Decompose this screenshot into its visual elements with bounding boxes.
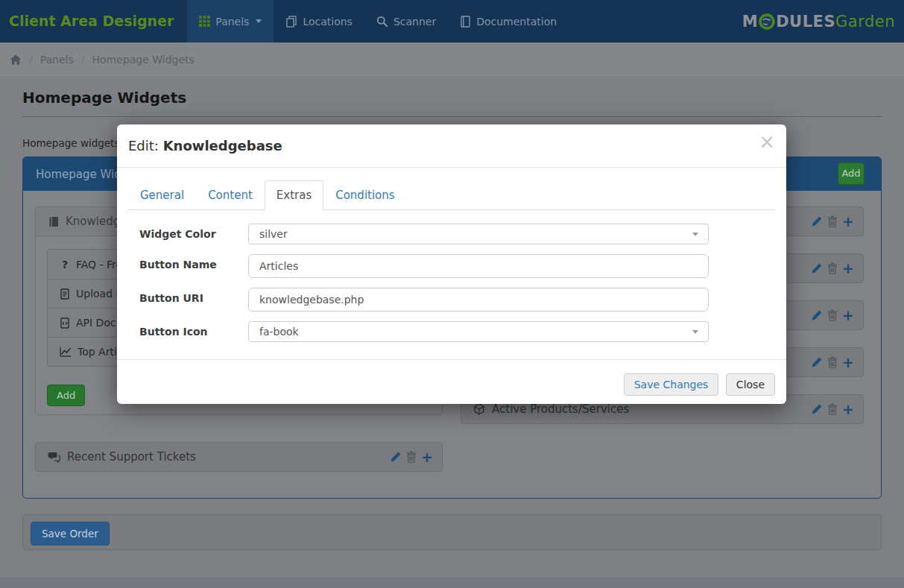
- row-actions: +: [811, 355, 854, 370]
- modal-title: Edit: Knowledgebase: [128, 138, 282, 154]
- form-row-button-name: Button Name: [128, 254, 775, 278]
- modulesgarden-logo: M DULES Garden: [742, 0, 895, 42]
- home-icon[interactable]: [10, 54, 22, 65]
- pencil-icon[interactable]: [811, 403, 823, 415]
- modal-title-prefix: Edit:: [128, 138, 159, 154]
- widget-row-recent-support-tickets: Recent Support Tickets: [35, 442, 443, 472]
- field-label: Widget Color: [128, 224, 248, 244]
- button-uri-input[interactable]: [248, 288, 709, 312]
- close-button[interactable]: Close: [726, 373, 775, 396]
- button-name-input[interactable]: [248, 254, 709, 278]
- widget-row-label: Active Products/Services: [492, 402, 629, 416]
- book-icon: [460, 16, 471, 28]
- nav-item-label: Documentation: [476, 16, 557, 28]
- plus-icon[interactable]: +: [421, 450, 433, 464]
- tab-label[interactable]: Conditions: [323, 180, 406, 209]
- plus-icon[interactable]: +: [842, 215, 854, 229]
- panel-add-button[interactable]: Add: [838, 162, 865, 185]
- nav-item-panels[interactable]: Panels: [187, 0, 274, 42]
- pencil-icon[interactable]: [811, 356, 823, 368]
- plus-icon[interactable]: +: [842, 262, 854, 276]
- pencil-icon[interactable]: [390, 451, 402, 463]
- app-title: Client Area Designer: [0, 0, 187, 42]
- top-navbar: Client Area Designer Panels Locations: [0, 0, 904, 42]
- form-row-button-uri: Button URI: [128, 288, 775, 312]
- save-order-button[interactable]: Save Order: [31, 522, 110, 546]
- field-control: [248, 254, 709, 278]
- tab-conditions[interactable]: Conditions: [323, 180, 406, 209]
- tab-label[interactable]: Extras: [265, 180, 323, 210]
- breadcrumb-separator: /: [81, 54, 85, 66]
- comments-icon: [48, 452, 60, 463]
- row-actions: +: [811, 402, 854, 417]
- page-title: Homepage Widgets: [22, 89, 186, 107]
- file-text-icon: [60, 288, 70, 300]
- modal-body: General Content Extras Conditions Widget…: [117, 168, 786, 359]
- pencil-icon[interactable]: [811, 309, 823, 321]
- search-icon: [376, 16, 388, 28]
- field-control: fa-book: [248, 321, 709, 342]
- pencil-icon[interactable]: [811, 215, 823, 227]
- globe-icon: [758, 13, 776, 30]
- chart-line-icon: [60, 347, 72, 357]
- nav-item-locations[interactable]: Locations: [274, 0, 364, 42]
- trash-icon[interactable]: [827, 262, 838, 274]
- panel-title: Homepage Wid: [36, 168, 121, 181]
- selected-value: fa-book: [259, 326, 299, 338]
- widget-extras-form: Widget Color silver Button Name Button U…: [128, 224, 775, 342]
- close-icon[interactable]: ×: [759, 132, 775, 151]
- button-icon-select[interactable]: fa-book: [248, 321, 709, 342]
- breadcrumb-link-panels[interactable]: Panels: [40, 54, 74, 66]
- trash-icon[interactable]: [827, 403, 838, 415]
- save-order-well: Save Order: [22, 514, 882, 550]
- tab-label[interactable]: Content: [196, 180, 265, 209]
- nav-item-scanner[interactable]: Scanner: [364, 0, 448, 42]
- plus-icon[interactable]: +: [842, 355, 854, 370]
- tab-extras[interactable]: Extras: [265, 180, 323, 209]
- field-label: Button URI: [128, 288, 248, 312]
- row-actions: +: [390, 450, 433, 464]
- trash-icon[interactable]: [827, 215, 838, 227]
- trash-icon[interactable]: [406, 451, 417, 463]
- title-divider: [22, 116, 882, 117]
- field-control: [248, 288, 709, 312]
- logo-text-garden: Garden: [835, 13, 895, 31]
- plus-icon[interactable]: +: [842, 309, 854, 323]
- row-actions: +: [811, 309, 854, 323]
- trash-icon[interactable]: [827, 309, 838, 321]
- book-icon: [48, 216, 60, 227]
- tab-label[interactable]: General: [128, 180, 196, 209]
- breadcrumb-current: Homepage Widgets: [92, 54, 195, 66]
- modal-title-widget-name: Knowledgebase: [163, 138, 282, 154]
- question-icon: ?: [60, 259, 70, 271]
- tab-general[interactable]: General: [128, 180, 196, 209]
- field-label: Button Name: [128, 254, 248, 278]
- nav-item-label: Scanner: [393, 16, 436, 28]
- nav-item-label: Panels: [215, 16, 249, 28]
- widget-color-select[interactable]: silver: [248, 224, 709, 244]
- form-row-button-icon: Button Icon fa-book: [128, 321, 775, 342]
- widget-add-button[interactable]: Add: [47, 385, 85, 406]
- pencil-icon[interactable]: [811, 262, 823, 274]
- row-actions: +: [811, 215, 854, 229]
- page-footer: [0, 578, 904, 588]
- save-changes-button[interactable]: Save Changes: [624, 373, 719, 396]
- trash-icon[interactable]: [827, 356, 838, 368]
- selected-value: silver: [259, 228, 288, 240]
- logo-text-m: M: [742, 13, 758, 31]
- plus-icon[interactable]: +: [842, 402, 854, 417]
- breadcrumb-separator: /: [29, 54, 33, 66]
- cube-icon: [473, 403, 485, 415]
- field-control: silver: [248, 224, 709, 244]
- row-actions: +: [811, 262, 854, 276]
- nav-item-documentation[interactable]: Documentation: [448, 0, 569, 42]
- breadcrumb: / Panels / Homepage Widgets: [0, 42, 904, 77]
- file-code-icon: [60, 317, 70, 329]
- grid-icon: [199, 16, 210, 27]
- field-label: Button Icon: [128, 321, 248, 342]
- tab-content[interactable]: Content: [196, 180, 265, 209]
- chevron-down-icon: [256, 19, 262, 23]
- nav-item-label: Locations: [303, 16, 353, 28]
- modal-footer: Save Changes Close: [117, 359, 786, 404]
- form-row-widget-color: Widget Color silver: [128, 224, 775, 244]
